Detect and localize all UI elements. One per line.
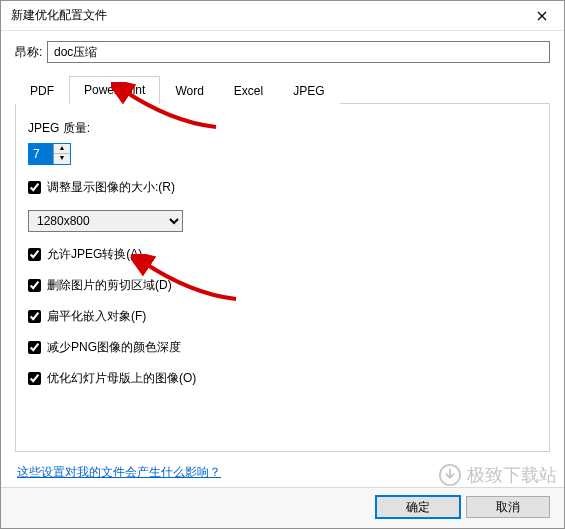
jpeg-quality-field: JPEG 质量: ▲ ▼	[28, 120, 537, 165]
tab-jpeg[interactable]: JPEG	[278, 77, 339, 104]
nickname-label: 昂称:	[15, 44, 47, 61]
optimize-master-row: 优化幻灯片母版上的图像(O)	[28, 370, 537, 387]
tab-pdf[interactable]: PDF	[15, 77, 69, 104]
cancel-button[interactable]: 取消	[466, 496, 550, 518]
jpeg-quality-spinner[interactable]: ▲ ▼	[28, 143, 71, 165]
tab-powerpoint[interactable]: PowerPoint	[69, 76, 160, 104]
allow-jpeg-row: 允许JPEG转换(A)	[28, 246, 537, 263]
jpeg-quality-label: JPEG 质量:	[28, 120, 537, 137]
allow-jpeg-label: 允许JPEG转换(A)	[47, 246, 142, 263]
help-link[interactable]: 这些设置对我的文件会产生什么影响？	[17, 465, 221, 479]
nickname-input[interactable]	[47, 41, 550, 63]
resize-checkbox[interactable]	[28, 181, 41, 194]
spinner-up[interactable]: ▲	[54, 144, 70, 154]
jpeg-quality-input[interactable]	[29, 144, 53, 164]
tab-word[interactable]: Word	[160, 77, 218, 104]
dialog-content: 昂称: PDF PowerPoint Word Excel JPEG JPEG …	[1, 31, 564, 487]
allow-jpeg-checkbox[interactable]	[28, 248, 41, 261]
flatten-label: 扁平化嵌入对象(F)	[47, 308, 146, 325]
ok-button[interactable]: 确定	[376, 496, 460, 518]
resize-label: 调整显示图像的大小:(R)	[47, 179, 175, 196]
spinner-down[interactable]: ▼	[54, 154, 70, 164]
titlebar: 新建优化配置文件	[1, 1, 564, 31]
delete-crop-checkbox[interactable]	[28, 279, 41, 292]
reduce-png-row: 减少PNG图像的颜色深度	[28, 339, 537, 356]
optimize-master-label: 优化幻灯片母版上的图像(O)	[47, 370, 196, 387]
tab-bar: PDF PowerPoint Word Excel JPEG	[15, 75, 550, 104]
close-icon	[537, 11, 547, 21]
window-title: 新建优化配置文件	[11, 7, 519, 24]
flatten-row: 扁平化嵌入对象(F)	[28, 308, 537, 325]
nickname-row: 昂称:	[15, 41, 550, 63]
close-button[interactable]	[519, 1, 564, 31]
help-row: 这些设置对我的文件会产生什么影响？	[15, 460, 550, 487]
delete-crop-row: 删除图片的剪切区域(D)	[28, 277, 537, 294]
reduce-png-label: 减少PNG图像的颜色深度	[47, 339, 181, 356]
dialog-window: 新建优化配置文件 昂称: PDF PowerPoint Word Excel J…	[0, 0, 565, 529]
reduce-png-checkbox[interactable]	[28, 341, 41, 354]
resize-select[interactable]: 1280x800	[28, 210, 183, 232]
resize-checkbox-row: 调整显示图像的大小:(R)	[28, 179, 537, 196]
optimize-master-checkbox[interactable]	[28, 372, 41, 385]
delete-crop-label: 删除图片的剪切区域(D)	[47, 277, 172, 294]
dialog-footer: 确定 取消	[1, 487, 564, 528]
spinner-buttons: ▲ ▼	[53, 144, 70, 164]
flatten-checkbox[interactable]	[28, 310, 41, 323]
tab-content: JPEG 质量: ▲ ▼ 调整显示图像的大小:(R) 1280x800	[15, 104, 550, 452]
tab-excel[interactable]: Excel	[219, 77, 278, 104]
resize-select-row: 1280x800	[28, 210, 537, 232]
